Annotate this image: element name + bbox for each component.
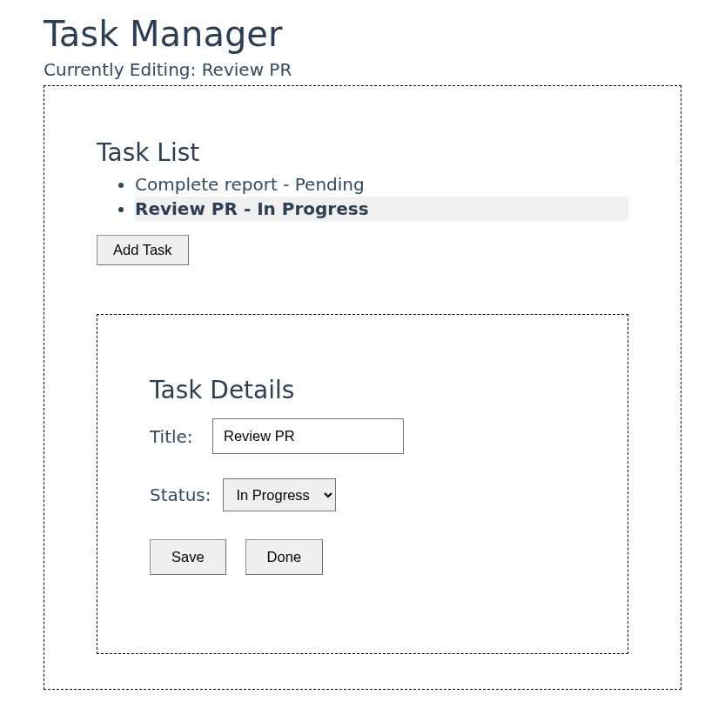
- task-list: Complete report - PendingReview PR - In …: [97, 172, 628, 221]
- status-select[interactable]: PendingIn ProgressDone: [223, 478, 336, 511]
- add-task-button[interactable]: Add Task: [97, 235, 189, 265]
- task-details-panel: Task Details Title: Status: PendingIn Pr…: [97, 314, 628, 654]
- editing-prefix: Currently Editing:: [44, 59, 202, 80]
- done-button[interactable]: Done: [245, 539, 323, 575]
- status-label: Status:: [150, 484, 211, 505]
- currently-editing: Currently Editing: Review PR: [44, 59, 681, 80]
- task-list-heading: Task List: [97, 138, 628, 167]
- main-panel: Task List Complete report - PendingRevie…: [44, 85, 681, 690]
- title-input[interactable]: [212, 418, 404, 454]
- task-list-item[interactable]: Review PR - In Progress: [135, 197, 628, 221]
- editing-task-name: Review PR: [202, 59, 292, 80]
- task-list-item[interactable]: Complete report - Pending: [135, 172, 628, 197]
- title-label: Title:: [150, 426, 200, 447]
- page-title: Task Manager: [44, 14, 681, 54]
- save-button[interactable]: Save: [150, 539, 226, 575]
- task-details-heading: Task Details: [150, 376, 575, 404]
